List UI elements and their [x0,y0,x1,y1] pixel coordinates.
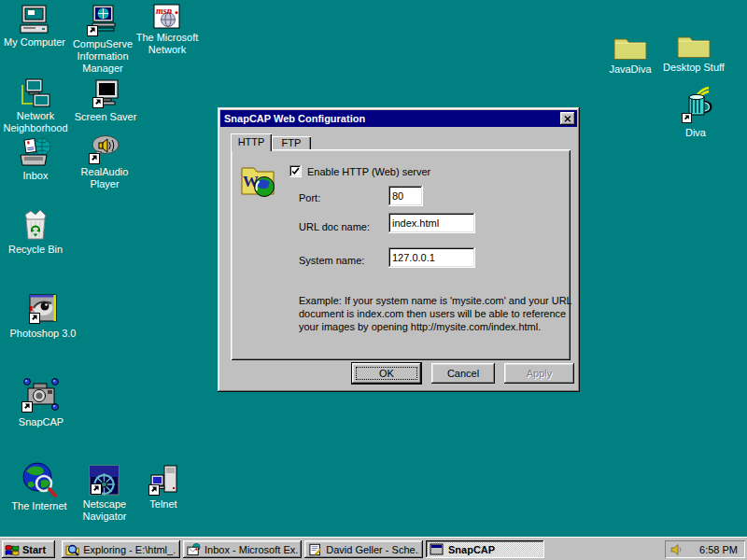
task-button-snapcap[interactable]: SnapCAP [426,540,544,558]
schedule-icon [308,542,322,557]
desktop-icon-compuserve[interactable]: CompuServe Information Manager [69,5,136,75]
clock[interactable]: 6:58 PM [699,544,738,555]
apply-button[interactable]: Apply [504,363,574,384]
task-label: SnapCAP [448,544,495,555]
port-label: Port: [299,192,320,203]
task-button-schedule[interactable]: David Geller - Sche... [304,540,423,558]
inbox-mini-icon [187,542,201,557]
desktop-icon-recycle-bin[interactable]: Recycle Bin [2,208,69,256]
enable-http-label: Enable HTTP (Web) server [307,166,430,177]
icon-label: CompuServe Information Manager [69,38,136,75]
photoshop-icon [26,292,60,326]
task-button-exploring[interactable]: Exploring - E:\html_... [62,540,180,558]
icon-label: Netscape Navigator [71,498,138,523]
folder-icon [613,34,648,62]
icon-label: Network Neighborhood [0,110,71,134]
icon-label: Telnet [130,498,197,511]
desktop-icon-msn[interactable]: msn The Microsoft Network [132,4,203,56]
desktop-icon-network-neighborhood[interactable]: Network Neighborhood [0,78,71,134]
desktop-icon-javadiva[interactable]: JavaDiva [596,34,665,76]
desktop-icon-realaudio[interactable]: RealAudio Player [71,134,138,190]
icon-label: The Microsoft Network [132,32,203,56]
url-doc-name-input[interactable] [388,213,475,233]
realaudio-player-icon [88,134,121,164]
windows-flag-icon [5,543,20,556]
icon-label: RealAudio Player [71,166,138,190]
folder-icon [676,32,712,60]
the-internet-icon [21,461,58,498]
desktop-icon-diva[interactable]: Diva [662,86,729,139]
icon-label: The Internet [6,500,73,512]
icon-label: JavaDiva [596,63,665,76]
desktop-icon-screen-saver[interactable]: Screen Saver [72,79,139,123]
desktop-icon-netscape[interactable]: Netscape Navigator [71,465,138,523]
cancel-button[interactable]: Cancel [431,363,495,384]
desktop-icon-photoshop[interactable]: Photoshop 3.0 [6,292,80,340]
dialog-title: SnapCAP Web Configuration [224,113,365,124]
url-doc-name-label: URL doc name: [299,221,370,232]
screen-saver-icon [90,79,121,109]
icon-label: Inbox [2,170,69,182]
task-label: David Geller - Sche... [326,544,419,555]
desktop-icon-the-internet[interactable]: The Internet [6,461,73,512]
icon-label: Screen Saver [72,111,139,123]
system-name-input[interactable] [388,247,475,268]
msn-icon: msn [153,4,181,30]
desktop-icon-desktop-stuff[interactable]: Desktop Stuff [658,32,729,74]
task-button-inbox[interactable]: Inbox - Microsoft Ex... [183,540,302,558]
snapcap-web-config-dialog: SnapCAP Web Configuration HTTP FTP W [218,107,580,392]
enable-http-checkbox[interactable] [289,165,302,177]
task-label: Exploring - E:\html_... [83,544,176,555]
desktop[interactable]: My Computer CompuServe Information Manag… [0,0,747,560]
close-button[interactable] [560,112,575,125]
my-computer-icon [19,5,50,35]
example-text: Example: If your system name is 'mysite.… [299,294,573,333]
network-neighborhood-icon [19,78,52,108]
ok-button[interactable]: OK [352,363,421,384]
start-button[interactable]: Start [2,540,55,558]
taskbar: Start Exploring - E:\html_... Inbox - Mi… [0,537,747,560]
desktop-icon-snapcap[interactable]: SnapCAP [7,375,75,428]
icon-label: Photoshop 3.0 [6,328,80,340]
dialog-titlebar[interactable]: SnapCAP Web Configuration [220,110,577,127]
explorer-icon [65,542,79,557]
tab-http[interactable]: HTTP [231,133,272,151]
tab-ftp[interactable]: FTP [272,136,311,149]
icon-label: Desktop Stuff [658,62,729,74]
web-folder-icon: W [240,163,275,199]
start-label: Start [22,544,46,555]
close-icon [564,116,571,122]
icon-label: My Computer [1,36,68,49]
icon-label: SnapCAP [7,416,75,428]
desktop-icon-inbox[interactable]: Inbox [2,136,69,182]
diva-icon [678,86,713,125]
desktop-icon-telnet[interactable]: Telnet [130,465,197,511]
netscape-navigator-icon [89,465,120,497]
desktop-icon-my-computer[interactable]: My Computer [1,5,68,49]
recycle-bin-icon [20,208,51,242]
icon-label: Diva [662,127,729,139]
snapcap-window-icon [430,542,444,557]
svg-text:msn: msn [156,6,173,16]
port-input[interactable] [388,186,423,206]
compuserve-icon [87,5,119,36]
icon-label: Recycle Bin [2,244,69,256]
snapcap-icon [20,375,63,414]
system-tray: 6:58 PM [665,540,745,558]
check-icon [291,167,300,175]
inbox-icon [19,136,52,168]
task-label: Inbox - Microsoft Ex... [204,544,298,555]
telnet-icon [147,465,180,497]
http-tab-panel: W Enable HTTP (Web) server Port: URL doc… [231,149,571,360]
speaker-icon[interactable] [670,543,684,556]
system-name-label: System name: [299,255,364,266]
